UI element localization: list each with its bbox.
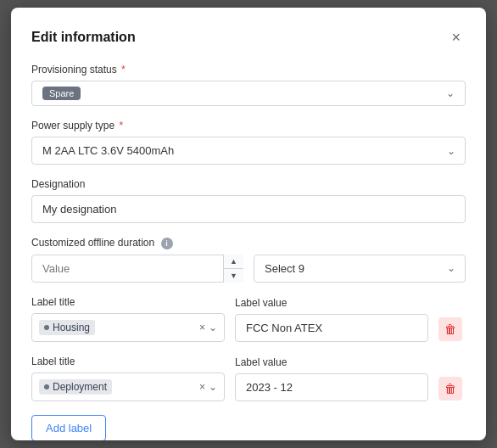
edit-information-modal: Edit information × Provisioning status *… <box>11 8 486 440</box>
power-supply-select-wrapper: M 2AA LTC 3.6V 5400mAh ⌄ <box>31 137 466 165</box>
spin-down-button[interactable]: ▼ <box>224 269 243 283</box>
add-label-button[interactable]: Add label <box>31 415 106 440</box>
duration-value-wrapper: ▲ ▼ <box>31 255 243 283</box>
label-value-group-2: Label value <box>235 356 428 401</box>
chevron-down-icon: ⌄ <box>446 87 455 99</box>
label-value-group-1: Label value <box>235 297 428 342</box>
offline-duration-group: Customized offline duration i ▲ ▼ Select… <box>31 237 466 283</box>
label-value-label-2: Label value <box>235 356 428 368</box>
provisioning-status-select[interactable]: Spare ⌄ <box>31 81 466 106</box>
label-title-select-1[interactable]: Housing × ⌄ <box>31 313 225 342</box>
tag-dot-icon <box>44 325 49 330</box>
modal-title: Edit information <box>31 30 136 45</box>
label-row-2: Label title Deployment × ⌄ Label value <box>31 356 466 401</box>
spin-up-button[interactable]: ▲ <box>224 255 243 269</box>
delete-label-button-1[interactable]: 🗑 <box>438 317 462 341</box>
tag-deployment: Deployment <box>39 379 112 395</box>
chevron-down-icon[interactable]: ⌄ <box>209 322 217 333</box>
label-row-1: Label title Housing × ⌄ Label value <box>31 296 466 342</box>
duration-value-input[interactable] <box>31 255 243 283</box>
tag-dot-icon <box>44 384 49 389</box>
provisioning-status-group: Provisioning status * Spare ⌄ <box>31 64 466 106</box>
offline-duration-inputs: ▲ ▼ Select a time unit Select 9 ⌄ <box>31 255 466 283</box>
tag-actions-2: × ⌄ <box>199 381 217 393</box>
designation-group: Designation <box>31 178 466 223</box>
tag-housing: Housing <box>39 320 95 335</box>
delete-col-1: 🗑 <box>438 317 466 342</box>
modal-header: Edit information × <box>31 28 466 47</box>
tag-remove-icon[interactable]: × <box>199 381 205 393</box>
designation-input[interactable] <box>31 195 466 223</box>
time-unit-select[interactable]: Select a time unit Select 9 <box>254 255 466 283</box>
delete-label-button-2[interactable]: 🗑 <box>438 377 462 400</box>
info-icon[interactable]: i <box>161 238 173 249</box>
label-value-input-2[interactable] <box>235 373 428 401</box>
delete-col-2: 🗑 <box>438 377 466 401</box>
label-value-input-1[interactable] <box>235 314 428 342</box>
label-value-label-1: Label value <box>235 297 428 309</box>
label-title-group-1: Label title Housing × ⌄ <box>31 296 225 342</box>
spin-buttons: ▲ ▼ <box>223 255 243 283</box>
label-title-group-2: Label title Deployment × ⌄ <box>31 356 225 401</box>
power-supply-group: Power supply type * M 2AA LTC 3.6V 5400m… <box>31 120 466 165</box>
label-title-label-1: Label title <box>31 296 225 308</box>
modal-overlay: Edit information × Provisioning status *… <box>0 0 497 448</box>
tag-remove-icon[interactable]: × <box>199 322 205 333</box>
close-button[interactable]: × <box>446 28 466 47</box>
trash-icon: 🗑 <box>438 317 462 341</box>
chevron-down-icon[interactable]: ⌄ <box>209 381 217 393</box>
trash-icon: 🗑 <box>438 377 462 400</box>
time-unit-select-wrapper: Select a time unit Select 9 ⌄ <box>254 255 466 283</box>
label-title-select-2[interactable]: Deployment × ⌄ <box>31 372 225 401</box>
tag-actions: × ⌄ <box>199 322 217 333</box>
offline-duration-label: Customized offline duration i <box>31 237 466 249</box>
designation-label: Designation <box>31 178 466 190</box>
label-title-label-2: Label title <box>31 356 225 367</box>
power-supply-select[interactable]: M 2AA LTC 3.6V 5400mAh <box>31 137 466 165</box>
power-supply-label: Power supply type * <box>31 120 466 132</box>
provisioning-status-badge: Spare <box>42 87 81 100</box>
provisioning-status-label: Provisioning status * <box>31 64 466 76</box>
